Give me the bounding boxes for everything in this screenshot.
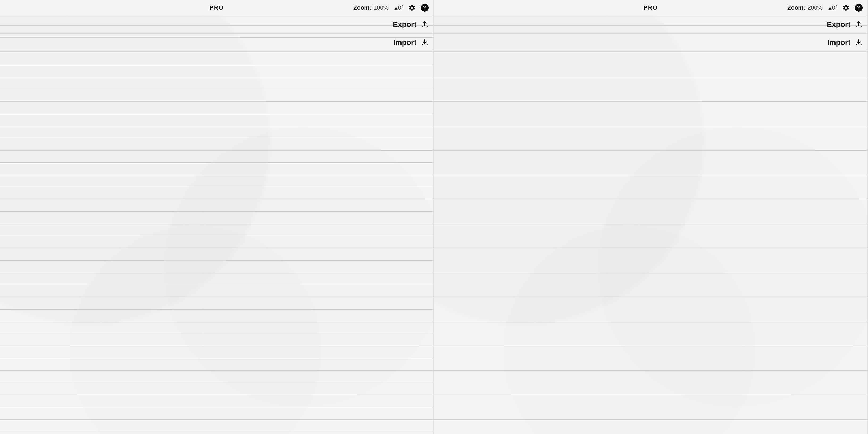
- top-bar-right: Zoom: 200% 0° ?: [787, 0, 863, 15]
- rotation-control[interactable]: 0°: [828, 4, 838, 11]
- import-row[interactable]: Import: [434, 33, 867, 52]
- export-label: Export: [827, 20, 850, 29]
- action-bar: Export Import: [434, 16, 867, 52]
- export-row[interactable]: Export: [434, 16, 867, 33]
- settings-button[interactable]: [841, 3, 850, 12]
- zoom-control[interactable]: Zoom: 200%: [787, 4, 823, 11]
- export-icon: [421, 21, 429, 28]
- export-icon: [855, 21, 863, 28]
- settings-button[interactable]: [407, 3, 416, 12]
- paper-canvas[interactable]: [0, 16, 433, 434]
- action-bar: Export Import: [0, 16, 433, 52]
- top-bar: PRO Zoom: 100% 0° ?: [0, 0, 433, 16]
- help-icon: ?: [855, 4, 863, 12]
- help-button[interactable]: ?: [420, 3, 429, 12]
- zoom-value: 200%: [808, 4, 823, 11]
- gear-icon: [408, 4, 416, 11]
- gear-icon: [842, 4, 850, 11]
- import-row[interactable]: Import: [0, 33, 433, 52]
- pro-badge: PRO: [644, 4, 658, 11]
- export-row[interactable]: Export: [0, 16, 433, 33]
- export-label: Export: [393, 20, 416, 29]
- zoom-label: Zoom:: [787, 4, 805, 11]
- triangle-up-icon: [828, 7, 832, 9]
- rotation-value: 0°: [832, 4, 838, 11]
- help-icon: ?: [421, 4, 429, 12]
- zoom-label: Zoom:: [353, 4, 371, 11]
- rotation-value: 0°: [398, 4, 404, 11]
- zoom-value: 100%: [374, 4, 389, 11]
- help-button[interactable]: ?: [854, 3, 863, 12]
- zoom-control[interactable]: Zoom: 100%: [353, 4, 389, 11]
- top-bar: PRO Zoom: 200% 0° ?: [434, 0, 867, 16]
- pane-right: PRO Zoom: 200% 0° ? Export: [434, 0, 868, 434]
- top-bar-right: Zoom: 100% 0° ?: [353, 0, 429, 15]
- paper-canvas[interactable]: [434, 16, 867, 434]
- import-icon: [421, 38, 429, 46]
- triangle-up-icon: [394, 7, 398, 9]
- import-label: Import: [393, 38, 416, 47]
- pane-left: PRO Zoom: 100% 0° ? Export: [0, 0, 434, 434]
- pro-badge: PRO: [210, 4, 224, 11]
- ruled-lines: [0, 16, 433, 434]
- ruled-lines: [434, 16, 867, 434]
- import-label: Import: [827, 38, 850, 47]
- import-icon: [855, 38, 863, 46]
- rotation-control[interactable]: 0°: [394, 4, 404, 11]
